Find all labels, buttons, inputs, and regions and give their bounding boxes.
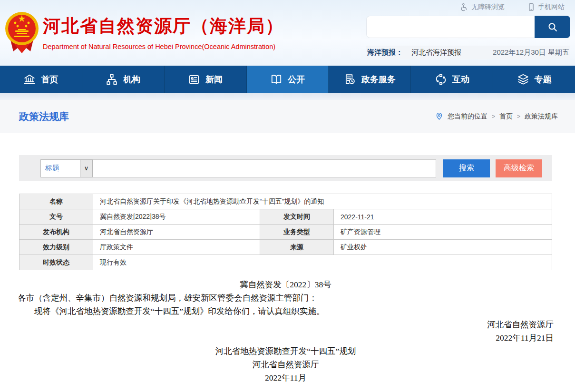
meta-label-publisher: 发布机构 bbox=[19, 225, 93, 240]
nav-item-open-gov[interactable]: 公开 bbox=[247, 66, 329, 93]
accessibility-link[interactable]: 无障碍浏览 bbox=[460, 3, 505, 11]
nav-item-news[interactable]: 新闻 bbox=[165, 66, 247, 93]
search-field-select[interactable]: 标题 ∨ bbox=[40, 159, 93, 177]
meta-value-publisher: 河北省自然资源厅 bbox=[93, 225, 260, 240]
meta-value-doc-no: 冀自然资发[2022]38号 bbox=[93, 209, 260, 225]
breadcrumb-link-home[interactable]: 首页 bbox=[499, 112, 513, 121]
site-subtitle: Department of Natural Resources of Hebei… bbox=[43, 43, 284, 50]
breadcrumb: 您当前的位置 > 首页 > 政策法规库 bbox=[435, 112, 558, 121]
nav-item-topics[interactable]: 专题 bbox=[493, 66, 575, 93]
attachment-title: 河北省地热资源勘查开发“十四五”规划 bbox=[18, 344, 554, 358]
main-nav: 首页 机构 新闻 公开 政务服务 bbox=[0, 66, 575, 93]
meta-label-issue-date: 发文时间 bbox=[260, 209, 334, 225]
header-search bbox=[366, 16, 570, 38]
search-button[interactable]: 搜索 bbox=[443, 159, 490, 177]
nav-item-org[interactable]: 机构 bbox=[82, 66, 165, 93]
doc-sign-date: 2022年11月21日 bbox=[18, 331, 554, 344]
law-search-bar: 标题 ∨ 搜索 高级检索 bbox=[19, 155, 552, 181]
page-title: 政策法规库 bbox=[19, 110, 69, 123]
breadcrumb-bar: 政策法规库 您当前的位置 > 首页 > 政策法规库 bbox=[0, 100, 575, 133]
table-row: 时效状态 现行有效 bbox=[19, 255, 552, 270]
open-book-icon bbox=[270, 73, 283, 86]
advanced-search-button[interactable]: 高级检索 bbox=[496, 159, 542, 177]
meta-value-business-type: 矿产资源管理 bbox=[334, 225, 552, 240]
meta-value-effect-level: 厅政策文件 bbox=[93, 240, 260, 255]
meta-label-validity: 时效状态 bbox=[19, 255, 93, 270]
nav-item-interact[interactable]: 互动 bbox=[411, 66, 493, 93]
header-search-button[interactable] bbox=[535, 16, 570, 38]
mobile-phone-icon bbox=[527, 3, 535, 11]
meta-label-effect-level: 效力级别 bbox=[19, 240, 93, 255]
meta-value-source: 矿业权处 bbox=[334, 240, 552, 255]
forecast-bar: 海洋预报： 河北省海洋预报 2022年12月30日 星期五 bbox=[366, 46, 570, 59]
forecast-link[interactable]: 河北省海洋预报 bbox=[411, 48, 461, 57]
news-icon bbox=[188, 73, 200, 86]
attachment-author: 河北省自然资源厅 bbox=[18, 358, 554, 371]
site-header: 河北省自然资源厅（海洋局） Department of Natural Reso… bbox=[0, 0, 575, 66]
attachment-date: 2022年11月 bbox=[18, 371, 554, 384]
meta-label-doc-no: 文号 bbox=[19, 209, 93, 225]
topic-icon bbox=[517, 73, 529, 86]
search-icon bbox=[547, 21, 558, 33]
doc-signer: 河北省自然资源厅 bbox=[18, 318, 554, 331]
header-search-input[interactable] bbox=[366, 16, 535, 38]
breadcrumb-link-current[interactable]: 政策法规库 bbox=[525, 112, 558, 121]
meta-label-business-type: 业务类型 bbox=[260, 225, 334, 240]
document-meta-table: 名称 河北省自然资源厅关于印发《河北省地热资源勘查开发“十四五”规划》的通知 文… bbox=[19, 194, 552, 270]
forecast-label: 海洋预报： bbox=[367, 48, 403, 57]
nav-item-services[interactable]: 政务服务 bbox=[329, 66, 411, 93]
meta-value-issue-date: 2022-11-21 bbox=[334, 209, 552, 225]
home-icon bbox=[23, 73, 36, 86]
law-search-input[interactable] bbox=[93, 159, 436, 177]
doc-body-line: 现将《河北省地热资源勘查开发“十四五”规划》印发给你们，请认真组织实施。 bbox=[18, 304, 554, 318]
wheelchair-icon bbox=[460, 3, 468, 11]
chevron-down-icon: ∨ bbox=[80, 160, 92, 177]
breadcrumb-location-label: 您当前的位置 bbox=[448, 112, 487, 121]
doc-number-line: 冀自然资发〔2022〕38号 bbox=[18, 278, 554, 291]
meta-value-name: 河北省自然资源厅关于印发《河北省地热资源勘查开发“十四五”规划》的通知 bbox=[93, 194, 552, 209]
meta-label-name: 名称 bbox=[19, 194, 93, 209]
national-emblem-logo bbox=[4, 6, 40, 58]
nav-shadow bbox=[0, 93, 575, 100]
table-row: 效力级别 厅政策文件 来源 矿业权处 bbox=[19, 240, 552, 255]
meta-value-validity: 现行有效 bbox=[93, 255, 552, 270]
org-icon bbox=[106, 73, 118, 86]
location-pin-icon bbox=[435, 112, 443, 121]
table-row: 发布机构 河北省自然资源厅 业务类型 矿产资源管理 bbox=[19, 225, 552, 240]
search-field-selected-value: 标题 bbox=[41, 160, 80, 177]
current-date: 2022年12月30日 星期五 bbox=[493, 48, 569, 57]
document-content: 冀自然资发〔2022〕38号 各市（含定州、辛集市）自然资源和规划局，雄安新区管… bbox=[18, 278, 554, 384]
interact-icon bbox=[435, 73, 447, 86]
table-row: 名称 河北省自然资源厅关于印发《河北省地热资源勘查开发“十四五”规划》的通知 bbox=[19, 194, 552, 209]
site-title: 河北省自然资源厅（海洋局） bbox=[43, 14, 284, 38]
service-icon bbox=[344, 73, 356, 86]
doc-salutation: 各市（含定州、辛集市）自然资源和规划局，雄安新区管委会自然资源主管部门： bbox=[18, 291, 554, 304]
mobile-site-link[interactable]: 手机网站 bbox=[527, 3, 565, 11]
table-row: 文号 冀自然资发[2022]38号 发文时间 2022-11-21 bbox=[19, 209, 552, 225]
nav-item-home[interactable]: 首页 bbox=[0, 66, 82, 93]
meta-label-source: 来源 bbox=[260, 240, 334, 255]
